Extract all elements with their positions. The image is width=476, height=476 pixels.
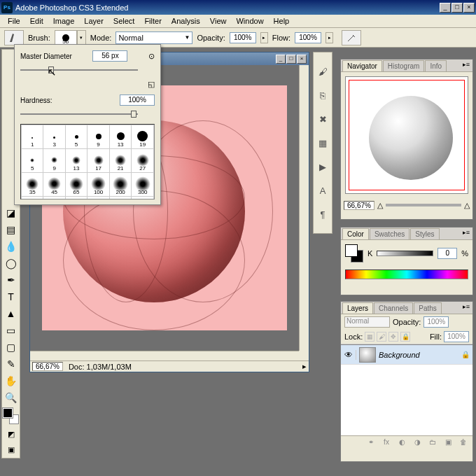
color-swatches[interactable] — [3, 408, 19, 424]
tab-channels[interactable]: Channels — [374, 302, 413, 314]
doc-close[interactable]: × — [297, 55, 307, 64]
lock-position-icon[interactable]: ✥ — [388, 332, 398, 342]
k-slider[interactable] — [377, 251, 433, 256]
delete-layer-icon[interactable]: 🗑 — [457, 438, 470, 449]
lock-pixels-icon[interactable]: 🖌 — [377, 332, 386, 342]
doc-maximize[interactable]: □ — [286, 55, 296, 64]
layer-mask-icon[interactable]: ◐ — [396, 438, 408, 449]
layer-opacity-field[interactable]: 100% — [424, 316, 449, 328]
zoom-out-icon[interactable]: △ — [377, 201, 383, 210]
brush-dropdown-arrow[interactable]: ▾ — [77, 30, 86, 46]
menu-select[interactable]: Select — [108, 15, 140, 27]
gradient-tool[interactable]: ▤ — [3, 221, 19, 237]
zoom-field[interactable]: 66,67% — [32, 362, 63, 371]
menu-window[interactable]: Window — [231, 15, 268, 27]
tab-layers[interactable]: Layers — [342, 302, 373, 314]
diameter-field[interactable]: 56 px — [92, 50, 127, 62]
tab-navigator[interactable]: Navigator — [342, 60, 382, 71]
shape-tool[interactable]: ▭ — [3, 322, 19, 338]
tab-color[interactable]: Color — [342, 228, 369, 239]
flow-flyout[interactable]: ▸ — [326, 32, 333, 43]
layer-lock-icon: 🔒 — [461, 351, 472, 358]
zoom-tool[interactable]: 🔍 — [3, 389, 19, 405]
paragraph-dock-icon[interactable]: ¶ — [316, 208, 329, 220]
zoom-in-icon[interactable]: △ — [464, 201, 470, 210]
menu-edit[interactable]: Edit — [25, 15, 48, 27]
tab-paths[interactable]: Paths — [414, 302, 442, 314]
notes-tool[interactable]: ▢ — [3, 339, 19, 355]
color-menu-icon[interactable]: ▸≡ — [461, 229, 471, 237]
layer-thumbnail[interactable] — [359, 347, 376, 363]
vertical-scrollbar[interactable] — [299, 65, 309, 351]
layer-row-background[interactable]: 👁 Background 🔒 — [341, 345, 472, 365]
pen-tool[interactable]: ✒ — [3, 272, 19, 288]
layer-style-icon[interactable]: fx — [380, 438, 393, 449]
k-channel-label: K — [368, 249, 372, 258]
menu-filter[interactable]: Filter — [139, 15, 166, 27]
path-select-tool[interactable]: ▲ — [3, 305, 19, 321]
tab-styles[interactable]: Styles — [410, 228, 439, 239]
color-spectrum[interactable] — [345, 270, 468, 279]
navigator-preview[interactable] — [345, 76, 468, 194]
adjustment-layer-icon[interactable]: ◑ — [411, 438, 424, 449]
airbrush-toggle[interactable] — [342, 30, 361, 46]
horizontal-scrollbar[interactable] — [30, 351, 299, 360]
menu-layer[interactable]: Layer — [79, 15, 108, 27]
hand-tool[interactable]: ✋ — [3, 372, 19, 388]
flyout-icon[interactable]: ⊙ — [148, 52, 155, 61]
layers-menu-icon[interactable]: ▸≡ — [461, 303, 471, 312]
tab-swatches[interactable]: Swatches — [370, 228, 410, 239]
brush-preview[interactable]: 56 — [55, 30, 77, 46]
tab-histogram[interactable]: Histogram — [383, 60, 425, 71]
maximize-button[interactable]: □ — [451, 3, 463, 13]
fill-field[interactable]: 100% — [444, 331, 469, 342]
visibility-icon[interactable]: 👁 — [341, 350, 356, 360]
brush-label: Brush: — [28, 34, 50, 42]
layers-comp-dock-icon[interactable]: ▦ — [316, 136, 329, 149]
brushes-dock-icon[interactable]: 🖌 — [316, 65, 329, 78]
menu-view[interactable]: View — [205, 15, 232, 27]
new-layer-icon[interactable]: ▣ — [442, 438, 454, 449]
actions-dock-icon[interactable]: ▶ — [316, 160, 329, 173]
tab-info[interactable]: Info — [425, 60, 447, 71]
minimize-button[interactable]: _ — [440, 3, 451, 13]
nav-zoom-slider[interactable] — [386, 204, 461, 206]
group-icon[interactable]: 🗀 — [426, 438, 439, 449]
dodge-tool[interactable]: ◯ — [3, 255, 19, 271]
menu-file[interactable]: File — [3, 15, 25, 27]
new-preset-icon[interactable]: ◱ — [148, 80, 155, 88]
current-tool-icon[interactable] — [4, 30, 24, 46]
quickmask-toggle[interactable]: ◩ — [3, 427, 19, 441]
blend-mode-select[interactable]: Normal — [344, 316, 390, 328]
link-layers-icon[interactable]: ⚭ — [365, 438, 377, 449]
menu-analysis[interactable]: Analysis — [167, 15, 205, 27]
type-tool[interactable]: T — [3, 288, 19, 304]
nav-zoom-field[interactable]: 66,67% — [344, 201, 374, 210]
opacity-field[interactable]: 100% — [230, 32, 256, 43]
mode-select[interactable]: Normal▼ — [115, 31, 192, 44]
k-value-field[interactable]: 0 — [438, 248, 457, 259]
tool-presets-dock-icon[interactable]: ✖ — [316, 113, 329, 125]
lock-transparency-icon[interactable]: ▦ — [365, 332, 374, 342]
close-button[interactable]: × — [463, 3, 475, 13]
hardness-slider[interactable] — [20, 108, 138, 120]
opacity-flyout[interactable]: ▸ — [260, 32, 268, 43]
doc-minimize[interactable]: _ — [276, 55, 286, 64]
menu-image[interactable]: Image — [48, 15, 80, 27]
flow-field[interactable]: 100% — [295, 32, 321, 43]
blur-tool[interactable]: 💧 — [3, 238, 19, 254]
foreground-swatch[interactable] — [3, 408, 13, 418]
lock-all-icon[interactable]: 🔒 — [400, 332, 410, 342]
eyedropper-tool[interactable]: ✎ — [3, 356, 19, 372]
screenmode-toggle[interactable]: ▣ — [3, 442, 19, 456]
clone-dock-icon[interactable]: ⎘ — [316, 89, 329, 102]
diameter-slider[interactable] — [20, 64, 138, 76]
color-panel-swatches[interactable] — [345, 244, 363, 262]
hardness-field[interactable]: 100% — [120, 94, 155, 106]
menu-help[interactable]: Help — [269, 15, 295, 27]
layer-name[interactable]: Background — [379, 351, 461, 359]
character-dock-icon[interactable]: A — [316, 184, 329, 197]
eraser-tool[interactable]: ◪ — [3, 204, 19, 220]
brush-preset-grid[interactable]: 1 3 5 9 13 19 5 9 13 17 21 27 35 4 — [20, 124, 155, 200]
navigator-menu-icon[interactable]: ▸≡ — [461, 61, 471, 69]
